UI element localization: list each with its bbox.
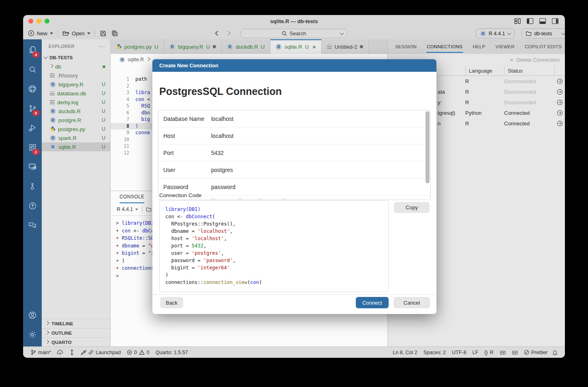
- field-value[interactable]: localhost: [211, 133, 233, 139]
- field-value[interactable]: localhost: [211, 116, 233, 122]
- customize-layout-icon[interactable]: [514, 18, 521, 24]
- field-value[interactable]: postgres: [211, 167, 233, 173]
- open-connection-arrow-icon[interactable]: [554, 89, 565, 95]
- remote-explorer-view-icon[interactable]: [23, 157, 42, 176]
- file-tree-item[interactable]: derby.logU: [42, 98, 110, 107]
- prettier-item[interactable]: Prettier: [524, 350, 547, 355]
- navigate-back-button[interactable]: [215, 30, 218, 36]
- form-field-host[interactable]: Hostlocalhost: [158, 127, 430, 144]
- toggle-bottom-panel-icon[interactable]: [539, 18, 546, 24]
- cancel-button[interactable]: Cancel: [393, 297, 430, 308]
- language-mode[interactable]: {} R: [484, 350, 493, 355]
- panel-tab-copilot-edits[interactable]: COPILOT EDITS: [524, 41, 562, 53]
- editor-tab-bigquery.R[interactable]: Rbigquery.RU: [164, 39, 222, 54]
- sync-changes-button[interactable]: [57, 350, 63, 355]
- field-value[interactable]: 5432: [211, 150, 224, 156]
- code-token: (: [212, 214, 215, 219]
- sidebar-section-quarto[interactable]: QUARTO: [42, 338, 110, 347]
- console-tab-console[interactable]: CONSOLE: [120, 194, 144, 203]
- workspace-selector[interactable]: db-tests: [522, 28, 565, 39]
- file-tree-item[interactable]: db: [42, 62, 110, 71]
- tab-close-icon[interactable]: ×: [312, 44, 316, 50]
- save-all-button[interactable]: [111, 30, 118, 37]
- file-tree-item[interactable]: Rsqlite.RU: [42, 142, 110, 151]
- radio-button-icon[interactable]: [257, 198, 263, 200]
- file-tree-item[interactable]: .Rhistory: [42, 71, 110, 80]
- sidebar-section-timeline[interactable]: TIMELINE: [42, 319, 110, 328]
- panel-tab-connections[interactable]: CONNECTIONS: [426, 41, 463, 53]
- open-button[interactable]: Open: [62, 30, 90, 37]
- close-window-button[interactable]: [28, 19, 33, 24]
- panel-tab-help[interactable]: HELP: [473, 41, 486, 53]
- toggle-left-panel-icon[interactable]: [527, 18, 533, 24]
- minimize-window-button[interactable]: [36, 19, 41, 24]
- zoom-window-button[interactable]: [45, 19, 49, 24]
- run-debug-view-icon[interactable]: [23, 118, 42, 138]
- breadcrumb[interactable]: R sqlite.R: [120, 57, 150, 62]
- testing-view-icon[interactable]: [23, 176, 42, 196]
- copy-button[interactable]: Copy: [394, 202, 430, 213]
- extensions-view-icon[interactable]: 2: [23, 138, 42, 157]
- form-scrollbar[interactable]: [425, 111, 430, 198]
- launchpad-item[interactable]: Launchpad: [81, 350, 121, 355]
- line-number: 2: [111, 83, 135, 89]
- delete-connection-button[interactable]: × Delete Connection: [510, 56, 560, 63]
- file-tree-item[interactable]: Rspark.RU: [42, 133, 110, 142]
- save-button[interactable]: [100, 30, 107, 37]
- search-view-icon[interactable]: [23, 60, 42, 79]
- settings-gear-icon[interactable]: [23, 325, 42, 344]
- sidebar-section-outline[interactable]: OUTLINE: [42, 328, 110, 338]
- encoding-setting[interactable]: UTF-8: [452, 350, 466, 355]
- file-tree-item[interactable]: Rbigquery.RU: [42, 80, 110, 89]
- radio-button-icon[interactable]: [237, 198, 243, 200]
- explorer-view-icon[interactable]: 4: [23, 40, 42, 60]
- editor-tab-duckdb.R[interactable]: Rduckdb.RU: [222, 39, 270, 54]
- github-view-icon[interactable]: [23, 79, 42, 99]
- publish-view-icon[interactable]: [23, 196, 42, 215]
- source-control-view-icon[interactable]: 9: [23, 99, 42, 118]
- open-connection-arrow-icon[interactable]: [554, 99, 565, 105]
- pipeline-icon[interactable]: [69, 349, 75, 355]
- search-dropdown-chevron-icon[interactable]: [340, 31, 344, 35]
- problems-item[interactable]: 0 0: [127, 350, 150, 355]
- search-input[interactable]: Search: [241, 29, 347, 38]
- navigate-forward-button[interactable]: [227, 30, 231, 36]
- editor-tab-Untitled-2[interactable]: Untitled-2: [322, 39, 369, 54]
- editor-tab-sqlite.R[interactable]: Rsqlite.RU×: [270, 39, 322, 54]
- file-tree-item[interactable]: postgres.pyU: [42, 125, 110, 133]
- form-field-database-name[interactable]: Database Namelocalhost: [158, 110, 430, 127]
- field-value[interactable]: password: [211, 184, 235, 190]
- console-interpreter-selector[interactable]: R 4.4.1: [117, 206, 138, 212]
- toggle-right-panel-icon[interactable]: [552, 18, 558, 24]
- copilot-secondary-icon[interactable]: [512, 350, 518, 355]
- new-button[interactable]: New: [28, 30, 53, 37]
- open-connection-arrow-icon[interactable]: [554, 78, 565, 84]
- connect-button[interactable]: Connect: [356, 297, 389, 308]
- notifications-bell-icon[interactable]: [552, 350, 558, 355]
- file-tree-item[interactable]: Rduckdb.RU: [42, 107, 110, 116]
- indentation-setting[interactable]: Spaces: 2: [423, 350, 446, 355]
- interpreter-selector[interactable]: R R 4.4.1: [476, 28, 515, 39]
- form-field-port[interactable]: Port5432: [158, 144, 430, 161]
- form-field-user[interactable]: Userpostgres: [158, 161, 430, 178]
- cursor-position[interactable]: Ln 8, Col 2: [393, 350, 417, 355]
- copilot-icon[interactable]: [500, 350, 506, 355]
- open-connection-arrow-icon[interactable]: [554, 120, 565, 127]
- quarto-version[interactable]: Quarto: 1.5.57: [156, 350, 188, 355]
- workspace-root-folder[interactable]: DB-TESTS: [42, 53, 110, 62]
- panel-tab-session[interactable]: SESSION: [395, 41, 417, 53]
- chat-view-icon[interactable]: [23, 215, 42, 235]
- file-tree-item[interactable]: Rpostgre.RU: [42, 116, 110, 125]
- radio-button-icon[interactable]: [281, 198, 287, 200]
- panel-tab-viewer[interactable]: VIEWER: [495, 41, 515, 53]
- editor-tab-postgres.py[interactable]: postgres.pyU: [111, 39, 164, 54]
- radio-button-icon[interactable]: [210, 198, 216, 200]
- back-button[interactable]: Back: [160, 297, 183, 308]
- file-tree-item[interactable]: database.dbU: [42, 89, 110, 98]
- git-branch-item[interactable]: main*: [30, 349, 51, 355]
- open-connection-arrow-icon[interactable]: [554, 110, 565, 116]
- accounts-icon[interactable]: [23, 305, 42, 325]
- section-label: OUTLINE: [51, 331, 72, 335]
- eol-setting[interactable]: LF: [473, 350, 479, 355]
- explorer-more-actions-icon[interactable]: ···: [98, 43, 105, 49]
